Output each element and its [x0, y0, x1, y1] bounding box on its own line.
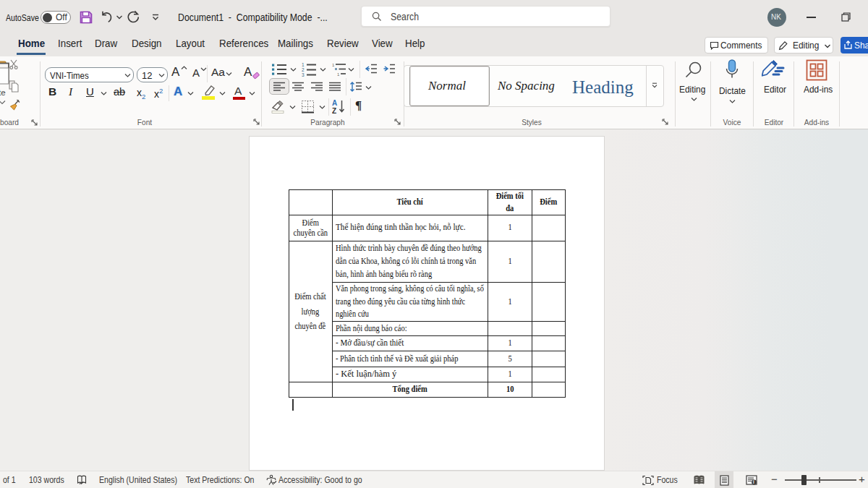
svg-text:1: 1: [337, 72, 340, 77]
svg-text:i: i: [753, 479, 754, 484]
svg-text:2: 2: [302, 67, 305, 72]
svg-text:A: A: [332, 99, 337, 107]
svg-text:3: 3: [302, 72, 305, 77]
svg-text:1: 1: [302, 62, 305, 67]
svg-text:1: 1: [332, 63, 335, 67]
svg-text:Z: Z: [332, 107, 336, 114]
